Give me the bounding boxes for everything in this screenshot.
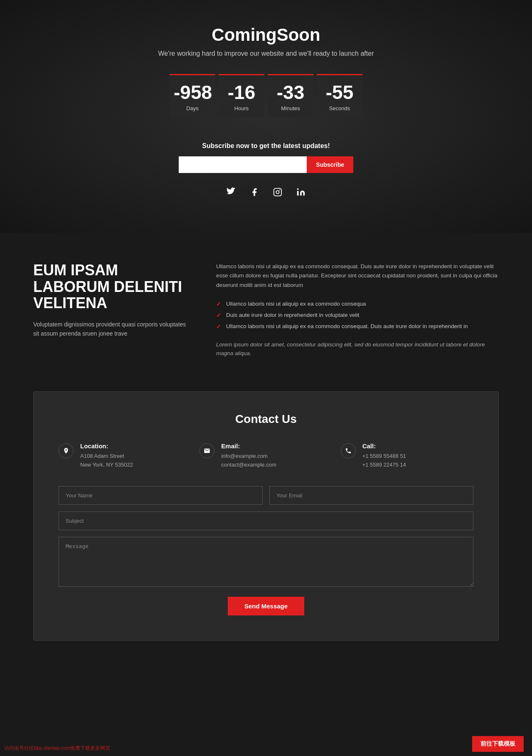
seconds-value: -55 — [321, 83, 358, 102]
phone2: +1 5589 22475 14 — [362, 461, 406, 469]
checklist: Ullamco laboris nisi ut aliquip ex ea co… — [216, 298, 499, 332]
content-section: EUM IPSAM LABORUM DELENITI VELITENA Volu… — [0, 233, 532, 391]
hero-subtitle: We're working hard to improve our websit… — [158, 50, 374, 57]
location-line2: New York, NY 535022 — [80, 461, 133, 469]
countdown-days: -958 Days — [170, 74, 215, 117]
email-input[interactable] — [269, 486, 473, 505]
contact-info: Location: A108 Adam Street New York, NY … — [59, 442, 473, 469]
contact-section: Contact Us Location: A108 Adam Street Ne… — [33, 391, 499, 641]
call-label: Call: — [362, 442, 406, 450]
email2: contact@example.com — [221, 461, 276, 469]
checklist-item-3: Ullamco laboris nisi ut aliquip ex ea co… — [216, 321, 499, 332]
phone-icon — [341, 443, 356, 458]
contact-email: Email: info@example.com contact@example.… — [200, 442, 332, 469]
subscribe-title: Subscribe now to get the latest updates! — [202, 142, 330, 150]
hours-label: Hours — [223, 105, 260, 111]
days-label: Days — [174, 105, 211, 111]
content-description: Voluptatem dignissimos provident quasi c… — [33, 320, 191, 338]
email1: info@example.com — [221, 452, 276, 461]
linkedin-icon[interactable] — [293, 185, 308, 200]
svg-point-2 — [279, 190, 280, 190]
svg-point-3 — [297, 188, 299, 190]
contact-location: Location: A108 Adam Street New York, NY … — [59, 442, 191, 469]
countdown-hours: -16 Hours — [219, 74, 264, 117]
location-icon — [59, 443, 74, 458]
subscribe-input[interactable] — [179, 156, 307, 173]
hero-title: ComingSoon — [212, 25, 320, 45]
svg-point-1 — [276, 190, 279, 193]
subscribe-section: Subscribe now to get the latest updates!… — [141, 142, 391, 200]
countdown-seconds: -55 Seconds — [317, 74, 362, 117]
message-textarea[interactable] — [59, 537, 473, 587]
subject-input[interactable] — [59, 511, 473, 530]
phone1: +1 5589 55488 51 — [362, 452, 406, 461]
location-line1: A108 Adam Street — [80, 452, 133, 461]
subscribe-form: Subscribe — [179, 156, 353, 173]
hours-value: -16 — [223, 83, 260, 102]
email-label: Email: — [221, 442, 276, 450]
content-heading: EUM IPSAM LABORUM DELENITI VELITENA — [33, 262, 191, 311]
template-download-button[interactable]: 前往下载模板 — [472, 736, 524, 752]
name-input[interactable] — [59, 486, 263, 505]
social-icons — [224, 185, 308, 200]
contact-title: Contact Us — [59, 413, 473, 426]
minutes-value: -33 — [272, 83, 309, 102]
form-submit-row: Send Message — [59, 597, 473, 615]
send-message-button[interactable]: Send Message — [228, 597, 304, 615]
content-right: Ullamco laboris nisi ut aliquip ex ea co… — [216, 262, 499, 358]
instagram-icon[interactable] — [270, 185, 285, 200]
email-icon — [200, 443, 214, 458]
footer-bar: 前往下载模板 — [464, 732, 532, 756]
facebook-icon[interactable] — [247, 185, 262, 200]
hero-section: ComingSoon We're working hard to improve… — [0, 0, 532, 233]
twitter-icon[interactable] — [224, 185, 239, 200]
location-label: Location: — [80, 442, 133, 450]
checklist-item-1: Ullamco laboris nisi ut aliquip ex ea co… — [216, 298, 499, 309]
seconds-label: Seconds — [321, 105, 358, 111]
countdown-minutes: -33 Minutes — [268, 74, 313, 117]
content-paragraph: Ullamco laboris nisi ut aliquip ex ea co… — [216, 262, 499, 290]
call-text: Call: +1 5589 55488 51 +1 5589 22475 14 — [362, 442, 406, 469]
checklist-item-2: Duis aute irure dolor in reprehenderit i… — [216, 309, 499, 321]
countdown-timer: -958 Days -16 Hours -33 Minutes -55 Seco… — [170, 74, 362, 117]
minutes-label: Minutes — [272, 105, 309, 111]
form-message-row — [59, 537, 473, 587]
days-value: -958 — [174, 83, 211, 102]
content-italic: Lorem ipsum dolor sit amet, consectetur … — [216, 340, 499, 358]
subscribe-button[interactable]: Subscribe — [307, 156, 353, 173]
location-text: Location: A108 Adam Street New York, NY … — [80, 442, 133, 469]
watermark: 访问虫号社区bbs.xIenlao.com免费下载更多网页 — [4, 745, 110, 752]
email-text: Email: info@example.com contact@example.… — [221, 442, 276, 469]
svg-rect-0 — [274, 188, 281, 196]
form-name-email-row — [59, 486, 473, 505]
content-left: EUM IPSAM LABORUM DELENITI VELITENA Volu… — [33, 262, 191, 358]
contact-call: Call: +1 5589 55488 51 +1 5589 22475 14 — [341, 442, 473, 469]
form-subject-row — [59, 511, 473, 530]
